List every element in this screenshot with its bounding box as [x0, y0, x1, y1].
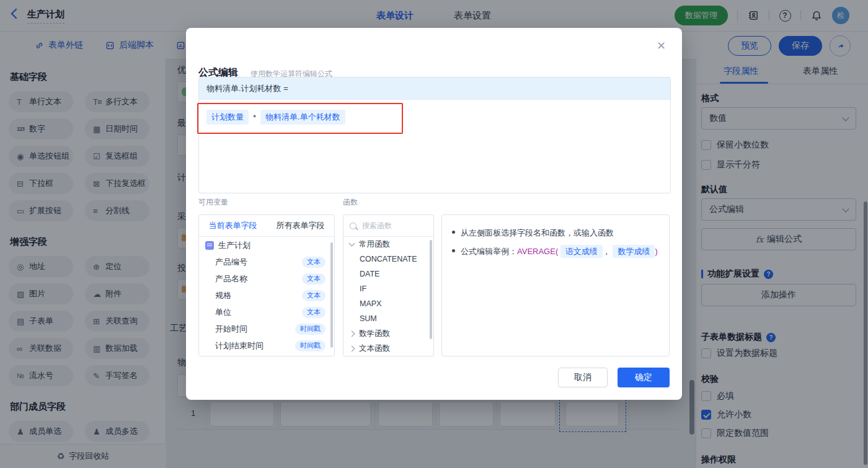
formula-operator: * [253, 113, 256, 122]
function-item[interactable]: SUM [343, 311, 433, 326]
function-group-text[interactable]: 文本函数 [343, 341, 433, 356]
tab-all-form-fields[interactable]: 所有表单字段 [267, 220, 334, 231]
hint-line-1: 从左侧面板选择字段名和函数，或输入函数 [452, 224, 659, 242]
type-badge: 文本 [302, 307, 326, 318]
example-field-chip: 数学成绩 [613, 245, 655, 258]
tab-current-form-fields[interactable]: 当前表单字段 [199, 220, 267, 231]
type-badge: 文本 [302, 290, 326, 301]
tree-field[interactable]: 计划数量数值 [199, 354, 334, 356]
type-badge: 时间戳 [295, 324, 326, 335]
search-input[interactable] [361, 221, 425, 231]
cancel-button[interactable]: 取消 [558, 368, 608, 387]
function-group-math[interactable]: 数学函数 [343, 326, 433, 341]
modal-footer: 取消 确定 [558, 368, 670, 387]
example-field-chip: 语文成绩 [560, 245, 603, 258]
tree-field[interactable]: 开始时间时间戳 [199, 320, 334, 337]
tree-field[interactable]: 产品编号文本 [199, 254, 334, 270]
functions-panel: 常用函数 CONCATENATE DATE IF MAPX SUM 数学函数 文… [343, 214, 434, 356]
confirm-button[interactable]: 确定 [618, 368, 670, 387]
formula-target: 物料清单.计划耗材数 = [199, 77, 670, 100]
chevron-open-icon [349, 241, 355, 247]
variables-scrollbar-thumb[interactable] [330, 242, 333, 348]
tree-root-form[interactable]: 生产计划 [199, 237, 334, 254]
hint-line-2: 公式编辑举例：AVERAGE( 语文成绩， 数学成绩) [452, 242, 659, 261]
search-icon [350, 223, 356, 229]
hint-panel: 从左侧面板选择字段名和函数，或输入函数 公式编辑举例：AVERAGE( 语文成绩… [441, 214, 670, 356]
functions-scrollbar-thumb[interactable] [430, 240, 432, 339]
tree-field[interactable]: 计划结束时间时间戳 [199, 337, 334, 354]
formula-field-chip[interactable]: 物料清单.单个耗材数 [260, 110, 345, 125]
function-item[interactable]: DATE [343, 267, 433, 281]
type-badge: 时间戳 [295, 340, 326, 351]
function-group-common[interactable]: 常用函数 [343, 237, 433, 252]
variables-label: 可用变量 [198, 197, 228, 208]
function-item[interactable]: IF [343, 281, 433, 296]
variables-panel: 当前表单字段 所有表单字段 生产计划 产品编号文本 产品名称文本 规格文本 单位… [198, 214, 335, 356]
formula-input-area[interactable]: 计划数量 * 物料清单.单个耗材数 [199, 100, 670, 135]
formula-field-chip[interactable]: 计划数量 [206, 110, 249, 125]
form-doc-icon [205, 241, 214, 250]
chevron-right-icon [349, 330, 355, 337]
chevron-right-icon [349, 345, 355, 351]
type-badge: 文本 [302, 257, 326, 268]
variables-tabs: 当前表单字段 所有表单字段 [199, 215, 334, 237]
functions-label: 函数 [343, 197, 358, 208]
variables-tree: 生产计划 产品编号文本 产品名称文本 规格文本 单位文本 开始时间时间戳 计划结… [199, 237, 334, 356]
type-badge: 文本 [302, 273, 326, 285]
close-icon[interactable]: ✕ [657, 40, 666, 51]
function-item[interactable]: MAPX [343, 296, 433, 311]
formula-editor-box: 物料清单.计划耗材数 = 计划数量 * 物料清单.单个耗材数 [198, 77, 671, 193]
function-item[interactable]: CONCATENATE [343, 252, 433, 267]
tree-field[interactable]: 单位文本 [199, 304, 334, 320]
tree-field[interactable]: 规格文本 [199, 287, 334, 304]
tree-field[interactable]: 产品名称文本 [199, 270, 334, 287]
example-function-name: AVERAGE( [517, 247, 558, 256]
function-search [343, 215, 433, 237]
app-window: 生产计划 表单设计 表单设置 数据管理 ? 检 [0, 0, 868, 468]
formula-editor-modal: 公式编辑 使用数学运算符编辑公式 ✕ 物料清单.计划耗材数 = 计划数量 * 物… [186, 28, 682, 400]
